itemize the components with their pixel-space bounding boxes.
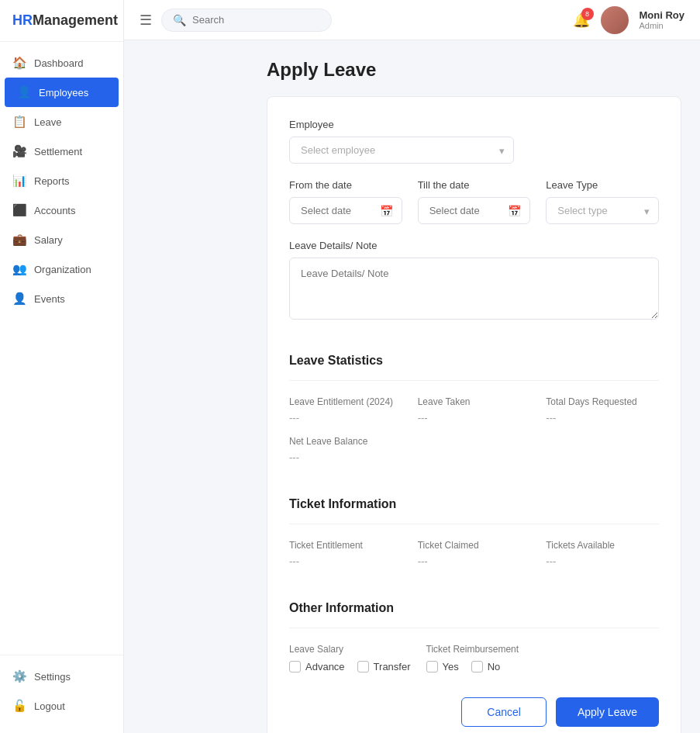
notification-badge: 8 (581, 8, 594, 20)
from-date-input[interactable] (289, 197, 402, 224)
yes-checkbox-item[interactable]: Yes (426, 661, 459, 672)
yes-label: Yes (443, 661, 459, 672)
logo-management: Management (33, 12, 118, 28)
sidebar-item-label: Settings (34, 671, 71, 683)
leave-type-select-wrapper: Select typeAnnual LeaveSick LeaveCasual … (546, 197, 659, 224)
salary-icon: 💼 (12, 233, 26, 247)
tickets-available-stat: Tickets Available --- (546, 540, 659, 567)
notes-textarea[interactable] (289, 258, 659, 320)
leave-entitlement-label: Leave Entitlement (2024) (289, 396, 402, 407)
sidebar-item-logout[interactable]: 🔓Logout (0, 691, 123, 721)
sidebar-item-accounts[interactable]: ⬛Accounts (0, 195, 123, 225)
leave-salary-label: Leave Salary (289, 644, 411, 655)
no-label: No (488, 661, 501, 672)
topbar-right: 🔔 8 Moni Roy Admin (573, 6, 685, 34)
sidebar-item-events[interactable]: 👤Events (0, 284, 123, 313)
leave-salary-group: Leave Salary Advance Transfer (289, 644, 411, 672)
sidebar-item-reports[interactable]: 📊Reports (0, 166, 123, 195)
app-logo: HRManagement (0, 0, 123, 42)
no-checkbox[interactable] (471, 661, 483, 672)
from-date-group: From the date 📅 (289, 179, 402, 224)
ticket-entitlement-label: Ticket Entitlement (289, 540, 402, 551)
user-name: Moni Roy (640, 9, 685, 21)
advance-checkbox[interactable] (289, 661, 301, 672)
transfer-checkbox-item[interactable]: Transfer (357, 661, 411, 672)
yes-checkbox[interactable] (426, 661, 438, 672)
user-role: Admin (640, 21, 685, 30)
sidebar-item-label: Reports (34, 175, 70, 187)
menu-icon[interactable]: ☰ (140, 12, 152, 29)
sidebar-nav: 🏠Dashboard👤Employees📋Leave🎥Settlement📊Re… (0, 42, 123, 655)
ticket-information-title: Ticket Information (289, 482, 659, 524)
sidebar-item-salary[interactable]: 💼Salary (0, 225, 123, 254)
search-input[interactable] (192, 14, 320, 26)
ticket-stats-row: Ticket Entitlement --- Ticket Claimed --… (289, 540, 659, 567)
total-days-label: Total Days Requested (546, 396, 659, 407)
net-balance-value: --- (289, 451, 402, 463)
advance-checkbox-item[interactable]: Advance (289, 661, 345, 672)
cancel-button[interactable]: Cancel (461, 697, 547, 727)
employee-select[interactable]: Select employee (289, 137, 514, 164)
transfer-checkbox[interactable] (357, 661, 369, 672)
settlement-icon: 🎥 (12, 144, 26, 158)
apply-leave-button[interactable]: Apply Leave (556, 697, 659, 727)
ticket-reimbursement-group: Ticket Reimbursement Yes No (426, 644, 535, 672)
sidebar-item-settlement[interactable]: 🎥Settlement (0, 137, 123, 166)
from-date-wrapper: 📅 (289, 197, 402, 224)
accounts-icon: ⬛ (12, 203, 26, 217)
notes-group: Leave Details/ Note (289, 240, 659, 323)
sidebar-bottom: ⚙️Settings🔓Logout (0, 655, 123, 733)
sidebar-item-label: Events (34, 293, 65, 305)
avatar-image (601, 6, 629, 34)
transfer-label: Transfer (374, 661, 411, 672)
from-date-label: From the date (289, 179, 402, 191)
till-date-input[interactable] (418, 197, 531, 224)
leave-taken-stat: Leave Taken --- (418, 396, 531, 424)
button-row: Cancel Apply Leave (289, 697, 659, 727)
sidebar-item-leave[interactable]: 📋Leave (0, 107, 123, 137)
other-information-title: Other Information (289, 586, 659, 628)
leave-entitlement-stat: Leave Entitlement (2024) --- (289, 396, 402, 424)
leave-stats-row-2: Net Leave Balance --- (289, 436, 659, 463)
employees-icon: 👤 (17, 85, 31, 99)
page-title: Apply Leave (267, 59, 681, 81)
logo-hr: HR (12, 12, 33, 28)
ticket-claimed-value: --- (418, 555, 531, 567)
main-content: Apply Leave Employee Select employee ▾ F… (248, 40, 700, 733)
leave-taken-label: Leave Taken (418, 396, 531, 407)
form-card: Employee Select employee ▾ From the date… (267, 96, 681, 733)
employee-label: Employee (289, 119, 514, 130)
ticket-reimbursement-checkboxes: Yes No (426, 661, 535, 672)
sidebar-item-label: Settlement (34, 146, 82, 157)
date-row: From the date 📅 Till the date 📅 Leave Ty… (289, 179, 659, 240)
no-checkbox-item[interactable]: No (471, 661, 501, 672)
events-icon: 👤 (12, 292, 26, 306)
advance-label: Advance (305, 661, 345, 672)
sidebar-item-employees[interactable]: 👤Employees (5, 78, 119, 107)
total-days-value: --- (546, 412, 659, 424)
net-balance-label: Net Leave Balance (289, 436, 402, 447)
leave-type-group: Leave Type Select typeAnnual LeaveSick L… (546, 179, 659, 224)
sidebar-item-organization[interactable]: 👥Organization (0, 254, 123, 284)
sidebar-item-dashboard[interactable]: 🏠Dashboard (0, 48, 123, 78)
tickets-available-label: Tickets Available (546, 540, 659, 551)
leave-type-select[interactable]: Select typeAnnual LeaveSick LeaveCasual … (546, 197, 659, 224)
dashboard-icon: 🏠 (12, 56, 26, 70)
employee-select-wrapper: Select employee ▾ (289, 137, 514, 164)
till-date-group: Till the date 📅 (418, 179, 531, 224)
ticket-entitlement-stat: Ticket Entitlement --- (289, 540, 402, 567)
sidebar-item-label: Leave (34, 116, 61, 128)
logout-icon: 🔓 (12, 699, 26, 713)
sidebar-item-label: Logout (34, 700, 65, 712)
sidebar-item-label: Organization (34, 264, 91, 275)
other-info-row: Leave Salary Advance Transfer Ticket Rei… (289, 644, 659, 672)
leave-statistics-title: Leave Statistics (289, 338, 659, 381)
ticket-entitlement-value: --- (289, 555, 402, 567)
sidebar-item-label: Accounts (34, 205, 75, 216)
sidebar-item-label: Employees (39, 87, 88, 99)
sidebar-item-settings[interactable]: ⚙️Settings (0, 662, 123, 691)
till-date-wrapper: 📅 (418, 197, 531, 224)
notification-icon[interactable]: 🔔 8 (573, 12, 590, 29)
search-bar[interactable]: 🔍 (161, 9, 332, 32)
ticket-reimbursement-label: Ticket Reimbursement (426, 644, 535, 655)
